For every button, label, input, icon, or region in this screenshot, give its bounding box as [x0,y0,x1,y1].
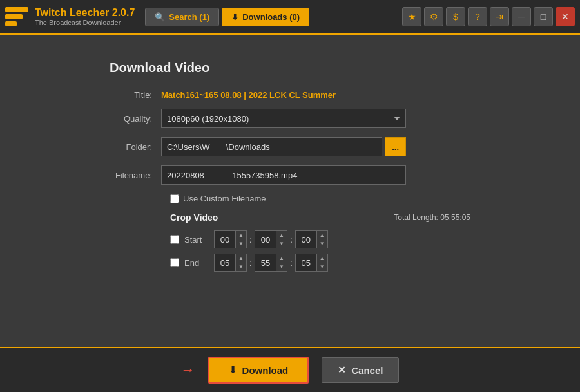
start-hours-spin-buttons: ▲ ▼ [235,231,246,248]
titlebar: Twitch Leecher 2.0.7 The Broadcast Downl… [0,0,580,35]
app-title-area: Twitch Leecher 2.0.7 The Broadcast Downl… [35,7,135,26]
start-minutes-spinbox: ▲ ▼ [255,230,287,248]
logo-area: Twitch Leecher 2.0.7 The Broadcast Downl… [5,5,135,28]
download-label: Download [242,365,289,376]
start-label: Start [184,235,209,245]
end-minutes-spinbox: ▲ ▼ [255,254,287,272]
app-title: Twitch Leecher 2.0.7 [35,7,135,19]
search-nav-button[interactable]: 🔍 Search (1) [145,8,219,26]
donate-icon: $ [453,12,458,22]
custom-filename-checkbox[interactable] [170,194,179,203]
end-colon-2: : [289,257,294,268]
total-length-value: 05:55:05 [440,213,470,222]
help-button[interactable]: ? [468,7,487,26]
filename-label: Filename: [110,171,161,180]
end-seconds-spinbox: ▲ ▼ [295,254,328,272]
folder-row: Folder: ... [110,137,470,156]
arrow-icon: → [181,362,195,378]
end-label: End [184,258,209,268]
start-minutes-spin-buttons: ▲ ▼ [276,231,287,248]
end-seconds-input[interactable] [296,254,316,271]
cancel-label: Cancel [351,365,383,376]
maximize-icon: □ [541,12,546,22]
crop-section: Crop Video Total Length: 05:55:05 Start … [110,212,470,272]
filename-input[interactable] [161,165,406,185]
start-seconds-up[interactable]: ▲ [317,231,327,239]
start-minutes-input[interactable] [255,231,276,248]
nav-buttons: 🔍 Search (1) ⬇ Downloads (0) [145,8,309,26]
end-hours-spinbox: ▲ ▼ [214,254,247,272]
downloads-nav-label: Downloads (0) [242,12,300,22]
end-checkbox[interactable] [170,258,179,267]
total-length: Total Length: 05:55:05 [394,213,470,222]
title-row: Title: Match161~165 08.08 | 2022 LCK CL … [110,90,470,100]
maximize-button[interactable]: □ [534,7,553,26]
start-time-group: ▲ ▼ : ▲ ▼ : [214,230,328,248]
form-container: Download Video Title: Match161~165 08.08… [110,61,470,277]
favorites-icon: ★ [408,12,416,22]
end-colon-1: : [248,257,253,268]
download-button[interactable]: ⬇ Download [208,357,309,384]
start-seconds-down[interactable]: ▼ [317,239,327,248]
start-colon-1: : [248,234,253,245]
crop-title: Crop Video [170,212,218,223]
end-hours-down[interactable]: ▼ [236,263,246,271]
start-hours-down[interactable]: ▼ [236,239,246,248]
custom-filename-label: Use Custom Filename [183,194,266,203]
start-hours-up[interactable]: ▲ [236,231,246,239]
end-seconds-up[interactable]: ▲ [317,254,327,263]
start-hours-input[interactable] [215,231,235,248]
settings-button[interactable]: ⚙ [424,7,443,26]
filename-row: Filename: [110,165,470,185]
end-minutes-down[interactable]: ▼ [276,263,287,271]
crop-end-row: End ▲ ▼ : ▲ ▼ [170,254,470,272]
footer: → ⬇ Download ✕ Cancel [0,347,580,392]
start-seconds-spin-buttons: ▲ ▼ [316,231,327,248]
title-label: Title: [110,90,161,100]
quality-label: Quality: [110,114,161,124]
app-logo-icon [5,5,28,28]
end-seconds-spin-buttons: ▲ ▼ [316,254,327,271]
cancel-button[interactable]: ✕ Cancel [322,357,399,383]
downloads-nav-button[interactable]: ⬇ Downloads (0) [222,8,309,26]
form-title: Download Video [110,61,470,82]
minimize-icon: ─ [518,12,525,22]
downloads-nav-icon: ⬇ [231,12,238,22]
main-content: Download Video Title: Match161~165 08.08… [0,35,580,347]
start-minutes-up[interactable]: ▲ [276,231,287,239]
toolbar-right: ★ ⚙ $ ? ⇥ ─ □ ✕ [402,7,575,26]
title-value: Match161~165 08.08 | 2022 LCK CL Summer [161,90,336,100]
end-hours-up[interactable]: ▲ [236,254,246,263]
end-minutes-input[interactable] [255,254,276,271]
start-colon-2: : [289,234,294,245]
search-nav-label: Search (1) [169,12,209,22]
end-time-group: ▲ ▼ : ▲ ▼ : [214,254,328,272]
auth-button[interactable]: ⇥ [490,7,509,26]
settings-icon: ⚙ [430,12,438,22]
minimize-button[interactable]: ─ [512,7,531,26]
quality-select[interactable]: 1080p60 (1920x1080) 720p60 (1280x720) 48… [161,109,406,128]
crop-header: Crop Video Total Length: 05:55:05 [170,212,470,223]
end-hours-input[interactable] [215,254,235,271]
logo-stripe-1 [5,7,28,12]
close-icon: ✕ [561,12,569,22]
start-seconds-spinbox: ▲ ▼ [295,230,328,248]
crop-start-row: Start ▲ ▼ : ▲ ▼ [170,230,470,248]
end-minutes-up[interactable]: ▲ [276,254,287,263]
start-seconds-input[interactable] [296,231,316,248]
favorites-button[interactable]: ★ [402,7,421,26]
end-seconds-down[interactable]: ▼ [317,263,327,271]
start-minutes-down[interactable]: ▼ [276,239,287,248]
start-checkbox[interactable] [170,235,179,244]
quality-row: Quality: 1080p60 (1920x1080) 720p60 (128… [110,109,470,128]
folder-input[interactable] [161,137,382,156]
folder-label: Folder: [110,142,161,152]
donate-button[interactable]: $ [446,7,465,26]
cancel-icon: ✕ [338,364,346,376]
help-icon: ? [475,12,480,22]
search-nav-icon: 🔍 [155,12,165,22]
folder-browse-button[interactable]: ... [385,137,406,156]
end-minutes-spin-buttons: ▲ ▼ [276,254,287,271]
close-button[interactable]: ✕ [556,7,575,26]
auth-icon: ⇥ [496,12,503,22]
